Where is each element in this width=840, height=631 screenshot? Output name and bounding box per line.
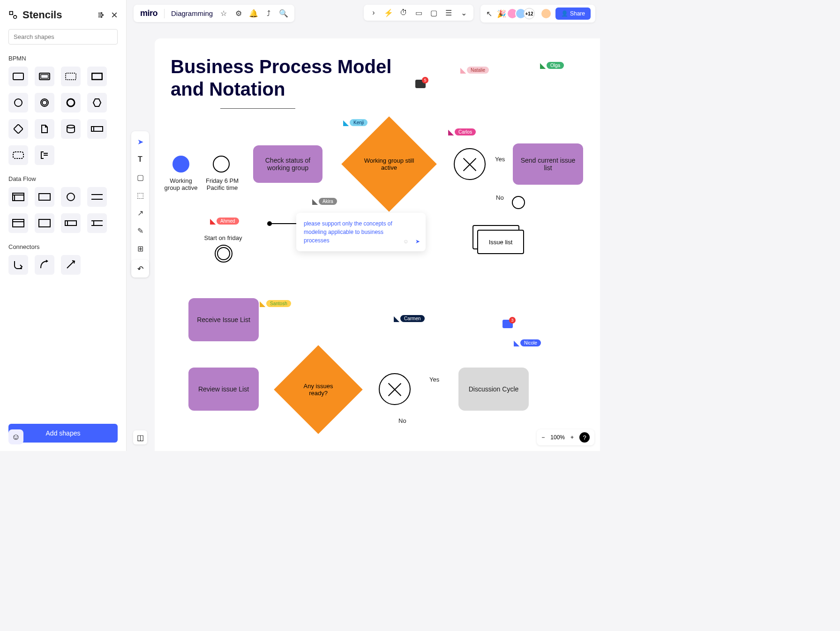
zoom-level[interactable]: 100% — [550, 434, 565, 441]
comment-text: please support only the concepts of mode… — [304, 220, 392, 244]
gateway-1[interactable] — [454, 148, 486, 180]
shape-transaction[interactable] — [35, 67, 54, 86]
shape-start-event[interactable] — [8, 93, 28, 113]
shape-tool[interactable]: ⬚ — [135, 189, 146, 201]
check-status-task[interactable]: Check status of working group — [253, 145, 322, 183]
start-event[interactable] — [172, 156, 189, 173]
timer-event[interactable] — [213, 156, 230, 173]
present-icon[interactable]: ▭ — [414, 8, 423, 17]
connector-shapes — [8, 255, 118, 275]
svg-rect-15 — [14, 124, 23, 134]
avatar-count[interactable]: +12 — [524, 8, 535, 19]
shape-event-sub[interactable] — [61, 67, 81, 86]
help-icon[interactable]: ☺ — [8, 429, 23, 444]
slideshow-icon[interactable]: ▢ — [429, 8, 438, 17]
frames-panel-button[interactable]: ◫ — [133, 430, 147, 444]
svg-rect-17 — [91, 127, 103, 131]
tool-dock: ➤ T ▢ ⬚ ↗ ✎ ⊞ » — [131, 131, 149, 277]
canvas[interactable]: Business Process Modeland Notation — [155, 38, 600, 451]
chat-badge-2[interactable]: 3 — [502, 320, 513, 328]
shape-data-object[interactable] — [35, 119, 54, 139]
bell-icon[interactable]: 🔔 — [249, 9, 258, 18]
user-carlos: ◣Carlos — [448, 128, 476, 136]
more-icon[interactable]: ⌄ — [459, 8, 468, 17]
shape-df1[interactable] — [8, 187, 28, 207]
reactions-icon[interactable]: 🎉 — [497, 9, 506, 18]
shape-conn-curve[interactable] — [35, 255, 54, 275]
svg-point-3 — [102, 15, 104, 16]
timer-label: Friday 6 PM Pacific time — [203, 177, 241, 191]
search-input[interactable] — [8, 29, 118, 45]
undo-button[interactable]: ↶ — [131, 260, 149, 278]
shape-df8[interactable] — [87, 213, 107, 233]
shape-df5[interactable] — [8, 213, 28, 233]
gateway-2[interactable] — [379, 373, 411, 405]
review-issue-task[interactable]: Review issue List — [188, 368, 259, 411]
zoom-in[interactable]: + — [570, 434, 574, 441]
star-icon[interactable]: ☆ — [219, 9, 228, 18]
select-tool[interactable]: ➤ — [135, 136, 146, 147]
shape-data-store[interactable] — [61, 119, 81, 139]
collab-bar: ↖ 🎉 +12 👤 Share — [480, 5, 595, 23]
shape-df3[interactable] — [61, 187, 81, 207]
chevron-right-icon[interactable]: › — [369, 8, 378, 17]
section-connectors: Connectors — [8, 243, 118, 250]
issue-list-data[interactable]: Issue list — [472, 225, 524, 254]
svg-point-4 — [101, 16, 102, 18]
search-icon[interactable]: 🔍 — [279, 9, 288, 18]
working-active-decision[interactable]: Working group still active — [355, 130, 423, 198]
send-icon[interactable]: ➤ — [415, 237, 420, 246]
receive-issue-task[interactable]: Receive Issue List — [188, 298, 259, 341]
close-icon[interactable]: × — [111, 8, 118, 22]
shape-df2[interactable] — [35, 187, 54, 207]
board-title[interactable]: Diagramming — [171, 9, 213, 17]
shape-pool[interactable] — [87, 119, 107, 139]
chat-badge-1[interactable]: 5 — [415, 80, 426, 88]
comment-card[interactable]: please support only the concepts of mode… — [296, 213, 426, 251]
any-issues-decision[interactable]: Any issues ready? — [287, 358, 350, 421]
shape-df6[interactable] — [35, 213, 54, 233]
svg-rect-8 — [66, 73, 76, 80]
add-shapes-button[interactable]: Add shapes — [8, 424, 118, 443]
miro-logo[interactable]: miro — [140, 8, 158, 18]
sidebar-title: Stencils — [22, 9, 62, 21]
shape-intermediate-event[interactable] — [35, 93, 54, 113]
share-button[interactable]: 👤 Share — [555, 8, 591, 20]
send-issue-task[interactable]: Send current issue list — [513, 143, 583, 185]
export-icon[interactable]: ⤴ — [264, 9, 273, 18]
help-button[interactable]: ? — [579, 432, 590, 443]
pen-tool[interactable]: ✎ — [135, 225, 146, 236]
cursor-icon[interactable]: ↖ — [485, 9, 494, 18]
shape-annotation[interactable] — [35, 145, 54, 165]
shape-gateway[interactable] — [8, 119, 28, 139]
user-natalie: ◣Natalie — [460, 66, 489, 75]
arrow-tool[interactable]: ↗ — [135, 207, 146, 218]
emoji-icon[interactable]: ☺ — [403, 237, 409, 246]
user-kenji: ◣Kenji — [343, 118, 368, 127]
frame-tool[interactable]: ⊞ — [135, 243, 146, 254]
shape-group[interactable] — [8, 145, 28, 165]
shape-end-event[interactable] — [61, 93, 81, 113]
timer-icon[interactable]: ⏱ — [399, 8, 408, 17]
shape-gateway-hex[interactable] — [87, 93, 107, 113]
shape-conn-elbow[interactable] — [8, 255, 28, 275]
yes-label-1: Yes — [495, 156, 505, 163]
end-event-no[interactable] — [512, 196, 525, 209]
zoom-out[interactable]: − — [541, 434, 545, 441]
user-nicole: ◣Nicole — [514, 338, 541, 347]
discussion-task[interactable]: Discussion Cycle — [458, 368, 529, 411]
gear-icon[interactable]: ⚙ — [234, 9, 243, 18]
shape-task[interactable] — [8, 67, 28, 86]
notes-icon[interactable]: ☰ — [444, 8, 453, 17]
shape-conn-line[interactable] — [61, 255, 81, 275]
bolt-icon[interactable]: ⚡ — [384, 8, 393, 17]
no-label-2: No — [398, 417, 406, 424]
svg-point-10 — [15, 99, 22, 106]
avatar-self[interactable] — [540, 8, 552, 19]
text-tool[interactable]: T — [135, 154, 146, 165]
settings-icon[interactable] — [97, 11, 105, 19]
shape-df7[interactable] — [61, 213, 81, 233]
shape-df4[interactable] — [87, 187, 107, 207]
shape-call-activity[interactable] — [87, 67, 107, 86]
sticky-tool[interactable]: ▢ — [135, 172, 146, 183]
